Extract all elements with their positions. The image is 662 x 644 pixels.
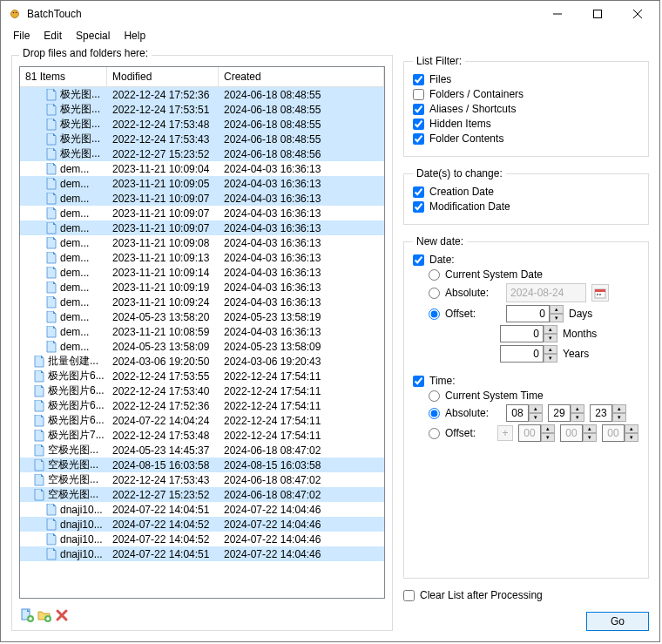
file-row[interactable]: dem...2023-11-21 10:09:042024-04-03 16:3… bbox=[20, 161, 384, 176]
offset-date-radio[interactable] bbox=[429, 308, 440, 320]
file-icon bbox=[34, 385, 46, 397]
file-row[interactable]: 极光图片6...2022-12-24 17:52:362022-12-24 17… bbox=[20, 398, 384, 413]
file-row[interactable]: 极光图片6...2022-12-24 17:53:552022-12-24 17… bbox=[20, 369, 384, 383]
file-row[interactable]: 极光图...2022-12-27 15:23:522024-06-18 08:4… bbox=[20, 146, 384, 161]
menu-edit[interactable]: Edit bbox=[37, 28, 69, 44]
col-count[interactable]: 81 Items bbox=[20, 67, 107, 86]
file-row[interactable]: dem...2023-11-21 10:09:072024-04-03 16:3… bbox=[20, 206, 384, 220]
menubar: File Edit Special Help bbox=[1, 27, 659, 44]
file-icon bbox=[46, 252, 58, 264]
file-row[interactable]: dem...2023-11-21 10:09:072024-04-03 16:3… bbox=[20, 191, 384, 206]
file-row[interactable]: dem...2023-11-21 10:09:082024-04-03 16:3… bbox=[20, 235, 384, 250]
file-row[interactable]: 空极光图...2024-08-15 16:03:582024-08-15 16:… bbox=[20, 458, 384, 472]
file-row[interactable]: 极光图...2022-12-24 17:53:432024-06-18 08:4… bbox=[20, 132, 384, 146]
add-file-icon[interactable] bbox=[19, 607, 35, 623]
years-up[interactable]: ▴ bbox=[544, 345, 557, 354]
file-icon bbox=[46, 178, 58, 190]
months-up[interactable]: ▴ bbox=[544, 325, 557, 334]
absolute-time-radio[interactable] bbox=[429, 408, 440, 419]
col-created[interactable]: Created bbox=[219, 67, 384, 86]
file-list-header[interactable]: 81 Items Modified Created bbox=[20, 67, 384, 87]
file-modified: 2022-12-27 15:23:52 bbox=[107, 489, 219, 501]
file-created: 2024-04-03 16:36:13 bbox=[219, 163, 384, 175]
date-checkbox[interactable] bbox=[413, 254, 424, 266]
menu-help[interactable]: Help bbox=[117, 28, 152, 44]
drop-zone[interactable]: Drop files and folders here: 81 Items Mo… bbox=[11, 55, 393, 631]
remove-icon[interactable] bbox=[54, 607, 70, 623]
file-row[interactable]: dnaji10...2024-07-22 14:04:512024-07-22 … bbox=[20, 546, 384, 561]
file-created: 2024-08-15 16:03:58 bbox=[219, 459, 384, 471]
file-row[interactable]: 空极光图...2024-05-23 14:45:372024-06-18 08:… bbox=[20, 443, 384, 458]
svg-point-0 bbox=[11, 10, 19, 18]
filter-files-checkbox[interactable] bbox=[413, 74, 424, 85]
filter-folders-checkbox[interactable] bbox=[413, 89, 424, 100]
file-row[interactable]: dem...2023-11-21 10:09:192024-04-03 16:3… bbox=[20, 280, 384, 295]
file-icon bbox=[46, 104, 58, 116]
file-name: dem... bbox=[60, 281, 89, 294]
close-button[interactable] bbox=[618, 1, 658, 27]
file-created: 2024-04-03 16:36:13 bbox=[219, 326, 384, 338]
file-row[interactable]: dem...2024-05-23 13:58:092024-05-23 13:5… bbox=[20, 339, 384, 354]
file-row[interactable]: dem...2023-11-21 10:09:142024-04-03 16:3… bbox=[20, 265, 384, 280]
menu-file[interactable]: File bbox=[6, 28, 37, 44]
file-name: dem... bbox=[60, 193, 89, 205]
maximize-button[interactable] bbox=[578, 1, 618, 27]
filter-files-label: Files bbox=[429, 73, 451, 85]
file-icon bbox=[46, 533, 58, 546]
add-folder-icon[interactable] bbox=[37, 607, 52, 623]
file-row[interactable]: dem...2023-11-21 10:09:072024-04-03 16:3… bbox=[20, 220, 384, 235]
current-time-radio[interactable] bbox=[429, 390, 440, 402]
modification-date-checkbox[interactable] bbox=[413, 201, 424, 213]
file-name: 极光图... bbox=[60, 132, 100, 146]
filter-contents-checkbox[interactable] bbox=[413, 133, 424, 145]
offset-months-input[interactable] bbox=[500, 325, 544, 342]
calendar-icon[interactable] bbox=[591, 284, 609, 302]
time-h-input[interactable] bbox=[506, 404, 529, 422]
file-row[interactable]: dem...2023-11-21 10:08:592024-04-03 16:3… bbox=[20, 324, 384, 339]
filter-aliases-checkbox[interactable] bbox=[413, 104, 424, 115]
file-row[interactable]: 极光图片6...2022-12-24 17:53:402022-12-24 17… bbox=[20, 383, 384, 398]
file-row[interactable]: 极光图片7...2022-12-24 17:53:482022-12-24 17… bbox=[20, 428, 384, 443]
minimize-button[interactable] bbox=[537, 1, 578, 27]
file-row[interactable]: 空极光图...2022-12-27 15:23:522024-06-18 08:… bbox=[20, 487, 384, 502]
file-row[interactable]: 空极光图...2022-12-24 17:53:432024-06-18 08:… bbox=[20, 472, 384, 487]
file-row[interactable]: 极光图...2022-12-24 17:53:512024-06-18 08:4… bbox=[20, 102, 384, 117]
file-row[interactable]: 极光图...2022-12-24 17:52:362024-06-18 08:4… bbox=[20, 87, 384, 102]
days-up[interactable]: ▴ bbox=[550, 305, 564, 314]
file-row[interactable]: dem...2023-11-21 10:09:242024-04-03 16:3… bbox=[20, 295, 384, 309]
titlebar[interactable]: BatchTouch bbox=[1, 1, 659, 27]
filter-hidden-checkbox[interactable] bbox=[413, 119, 424, 130]
clear-list-checkbox[interactable] bbox=[403, 590, 415, 601]
file-row[interactable]: dnaji10...2024-07-22 14:04:522024-07-22 … bbox=[20, 532, 384, 546]
offset-time-radio[interactable] bbox=[429, 428, 440, 439]
file-list[interactable]: 81 Items Modified Created 极光图...2022-12-… bbox=[19, 66, 385, 599]
menu-special[interactable]: Special bbox=[69, 28, 117, 44]
file-row[interactable]: 极光图片6...2024-07-22 14:04:242022-12-24 17… bbox=[20, 413, 384, 428]
file-row[interactable]: dnaji10...2024-07-22 14:04:522024-07-22 … bbox=[20, 517, 384, 532]
col-modified[interactable]: Modified bbox=[107, 67, 219, 86]
time-checkbox[interactable] bbox=[413, 376, 424, 387]
file-created: 2024-06-18 08:48:55 bbox=[219, 133, 384, 146]
file-icon bbox=[46, 133, 58, 146]
absolute-time-label: Absolute: bbox=[445, 407, 501, 419]
file-created: 2024-04-03 16:36:13 bbox=[219, 296, 384, 308]
svg-rect-4 bbox=[594, 10, 602, 18]
go-button[interactable]: Go bbox=[586, 612, 649, 631]
file-row[interactable]: 极光图...2022-12-24 17:53:482024-06-18 08:4… bbox=[20, 117, 384, 132]
absolute-date-radio[interactable] bbox=[429, 288, 440, 299]
time-s-input[interactable] bbox=[590, 404, 612, 422]
file-row[interactable]: dem...2024-05-23 13:58:202024-05-23 13:5… bbox=[20, 309, 384, 324]
file-row[interactable]: 批量创建...2024-03-06 19:20:502024-03-06 19:… bbox=[20, 354, 384, 369]
days-down[interactable]: ▾ bbox=[550, 314, 564, 322]
offset-years-input[interactable] bbox=[500, 345, 544, 363]
offset-days-input[interactable] bbox=[506, 305, 550, 322]
time-m-input[interactable] bbox=[548, 404, 571, 422]
file-name: dem... bbox=[60, 311, 89, 323]
file-row[interactable]: dnaji10...2024-07-22 14:04:512024-07-22 … bbox=[20, 502, 384, 517]
years-down[interactable]: ▾ bbox=[544, 354, 557, 363]
months-down[interactable]: ▾ bbox=[544, 334, 557, 342]
current-date-radio[interactable] bbox=[429, 269, 440, 281]
file-row[interactable]: dem...2023-11-21 10:09:052024-04-03 16:3… bbox=[20, 176, 384, 191]
creation-date-checkbox[interactable] bbox=[413, 186, 424, 198]
file-row[interactable]: dem...2023-11-21 10:09:132024-04-03 16:3… bbox=[20, 250, 384, 265]
